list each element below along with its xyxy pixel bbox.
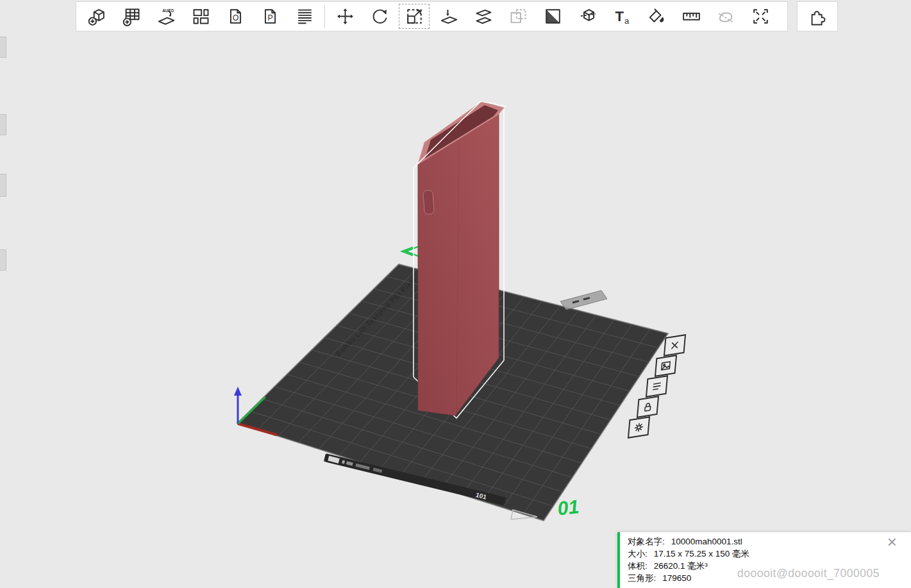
auto-orient-icon[interactable]: AUTO xyxy=(149,2,183,31)
collapsed-side-tab[interactable] xyxy=(0,249,6,271)
toolbar-divider xyxy=(324,5,325,28)
plate-number: 01 xyxy=(556,496,580,519)
svg-text:AUTO: AUTO xyxy=(162,8,174,13)
plate-settings-icon[interactable] xyxy=(655,355,677,377)
model-10000mah[interactable] xyxy=(418,101,504,416)
arrange-icon[interactable] xyxy=(183,2,218,31)
lay-on-face-icon[interactable] xyxy=(431,2,466,31)
main-toolbar: AUTOOPTa xyxy=(76,1,788,31)
svg-text:T: T xyxy=(615,8,624,24)
collapsed-side-tab[interactable] xyxy=(0,37,6,58)
green-arrow-marker xyxy=(402,246,419,256)
svg-text:P: P xyxy=(267,13,272,22)
add-plate-icon[interactable] xyxy=(114,2,149,31)
collapsed-side-tab[interactable] xyxy=(0,174,6,197)
info-row-object-name: 对象名字:10000mah0001.stl xyxy=(628,535,905,548)
plate-handle-tab xyxy=(560,290,607,310)
mirror-icon[interactable] xyxy=(501,2,535,31)
axis-z-arrowhead xyxy=(234,387,242,396)
info-row-size: 大小:17.15 x 75.25 x 150 毫米 xyxy=(628,548,905,560)
plugin-toolbar xyxy=(797,1,838,31)
plate-gear-icon[interactable] xyxy=(628,416,650,439)
collapsed-side-tab[interactable] xyxy=(0,114,6,135)
cut-icon[interactable] xyxy=(466,2,501,31)
split-objects-icon[interactable] xyxy=(535,2,570,31)
svg-text:O: O xyxy=(232,13,238,22)
watermark-text: dooooit@dooooit_7000005 xyxy=(737,567,880,580)
seam-icon[interactable] xyxy=(708,2,743,31)
move-icon[interactable] xyxy=(328,2,362,31)
model-body[interactable] xyxy=(418,114,499,416)
text-icon[interactable]: Ta xyxy=(605,2,639,31)
add-object-icon[interactable] xyxy=(79,2,114,31)
measure-icon[interactable] xyxy=(674,2,708,31)
delete-plate-icon[interactable] xyxy=(664,334,686,357)
split-parts-icon[interactable] xyxy=(570,2,605,31)
svg-text:a: a xyxy=(624,16,629,26)
panel-close-icon[interactable]: × xyxy=(887,533,897,550)
lock-plate-icon[interactable] xyxy=(637,396,659,418)
plugin-puzzle-icon[interactable] xyxy=(801,2,834,31)
scale-icon[interactable] xyxy=(397,2,431,31)
model-port-cutout xyxy=(423,190,435,214)
assembly-icon[interactable] xyxy=(743,2,778,31)
copy-icon[interactable]: O xyxy=(218,2,253,31)
plate-list-icon[interactable] xyxy=(646,375,668,398)
viewport-3d[interactable]: Bambu Lab Textured PEI Plate 101 01 xyxy=(0,0,911,588)
rotate-icon[interactable] xyxy=(362,2,397,31)
paste-icon[interactable]: P xyxy=(253,2,287,31)
layers-icon[interactable] xyxy=(287,2,322,31)
paint-icon[interactable] xyxy=(639,2,674,31)
